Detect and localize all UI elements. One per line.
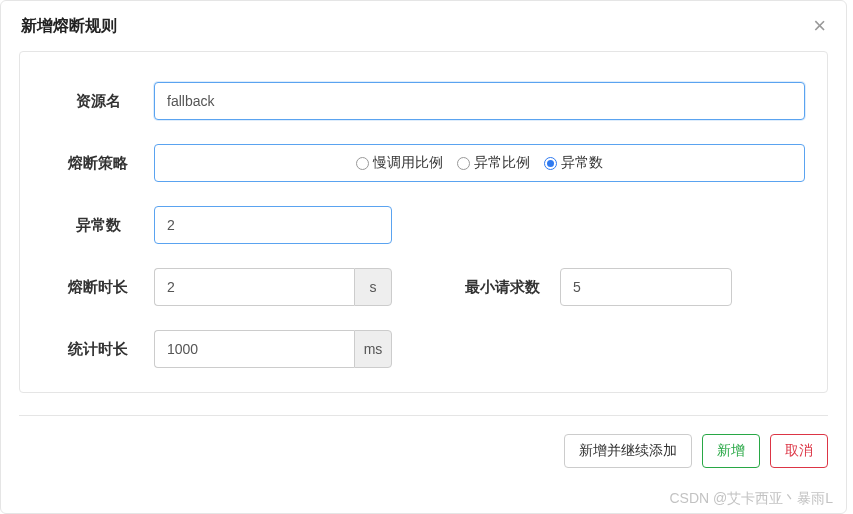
exception-count-input[interactable] xyxy=(154,206,392,244)
strategy-radio-group: 慢调用比例 异常比例 异常数 xyxy=(154,144,805,182)
label-exception-count: 异常数 xyxy=(42,216,154,235)
break-duration-input[interactable] xyxy=(154,268,354,306)
label-break-duration: 熔断时长 xyxy=(42,278,154,297)
row-duration-min: 熔断时长 s 最小请求数 xyxy=(42,268,805,306)
radio-label: 异常数 xyxy=(561,154,603,172)
add-continue-button[interactable]: 新增并继续添加 xyxy=(564,434,692,468)
label-strategy: 熔断策略 xyxy=(42,154,154,173)
modal-footer: 新增并继续添加 新增 取消 xyxy=(19,415,828,468)
resource-input[interactable] xyxy=(154,82,805,120)
modal-dialog: 新增熔断规则 × 资源名 熔断策略 慢调用比例 异常比例 异常数 xyxy=(0,0,847,514)
label-stat-duration: 统计时长 xyxy=(42,340,154,359)
min-requests-input[interactable] xyxy=(560,268,732,306)
unit-ms: ms xyxy=(354,330,392,368)
row-stat-duration: 统计时长 ms xyxy=(42,330,805,368)
radio-slow-call[interactable]: 慢调用比例 xyxy=(356,154,443,172)
modal-body: 资源名 熔断策略 慢调用比例 异常比例 异常数 异常数 xyxy=(19,51,828,393)
break-duration-group: s xyxy=(154,268,392,306)
radio-label: 慢调用比例 xyxy=(373,154,443,172)
stat-duration-input[interactable] xyxy=(154,330,354,368)
unit-seconds: s xyxy=(354,268,392,306)
close-icon[interactable]: × xyxy=(813,15,826,37)
stat-duration-group: ms xyxy=(154,330,392,368)
label-resource: 资源名 xyxy=(42,92,154,111)
radio-exception-count[interactable]: 异常数 xyxy=(544,154,603,172)
radio-label: 异常比例 xyxy=(474,154,530,172)
modal-title: 新增熔断规则 xyxy=(21,16,117,37)
radio-icon xyxy=(356,157,369,170)
row-exception-count: 异常数 xyxy=(42,206,805,244)
cancel-button[interactable]: 取消 xyxy=(770,434,828,468)
radio-exception-ratio[interactable]: 异常比例 xyxy=(457,154,530,172)
radio-icon xyxy=(457,157,470,170)
label-min-requests: 最小请求数 xyxy=(444,278,560,297)
modal-header: 新增熔断规则 × xyxy=(1,1,846,51)
row-resource: 资源名 xyxy=(42,82,805,120)
row-strategy: 熔断策略 慢调用比例 异常比例 异常数 xyxy=(42,144,805,182)
add-button[interactable]: 新增 xyxy=(702,434,760,468)
radio-icon xyxy=(544,157,557,170)
